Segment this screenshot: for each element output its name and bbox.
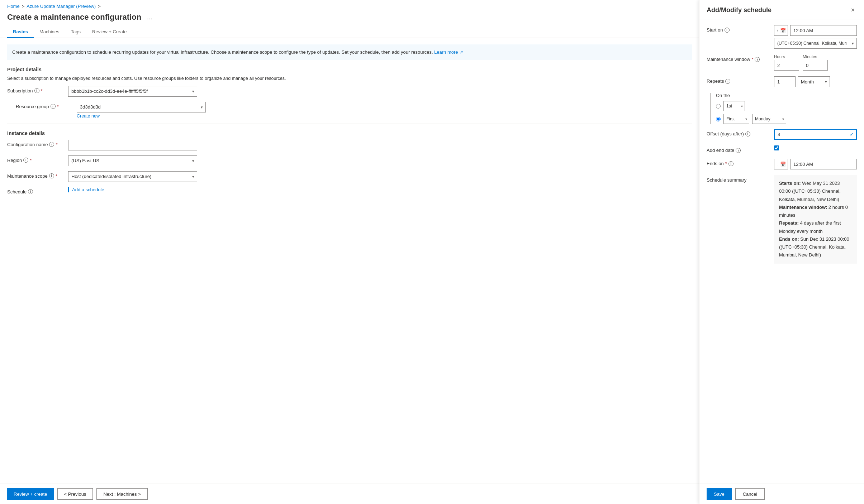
radio-1st[interactable] (716, 104, 721, 109)
review-create-button[interactable]: Review + create (7, 488, 54, 500)
side-panel-title: Add/Modify schedule (707, 6, 772, 14)
schedule-summary-field-row: Schedule summary Starts on: Wed May 31 2… (707, 175, 857, 264)
schedule-summary-box: Starts on: Wed May 31 2023 00:00 ((UTC+0… (774, 175, 857, 264)
add-schedule-link[interactable]: Add a schedule (68, 187, 104, 192)
resource-group-label: Resource group i * (16, 102, 73, 109)
schedule-field-row: Schedule i Add a schedule (7, 187, 692, 195)
schedule-label: Schedule i (7, 187, 65, 195)
maintenance-scope-field-row: Maintenance scope i * Host (dedicated/is… (7, 171, 692, 182)
minutes-group: Minutes 0 (803, 54, 828, 71)
config-name-input[interactable] (68, 140, 197, 150)
maintenance-scope-select[interactable]: Host (dedicated/isolated infrastructure) (68, 171, 197, 182)
side-panel: Add/Modify schedule × Start on i 05/31/2… (699, 0, 864, 504)
maintenance-scope-control: Host (dedicated/isolated infrastructure) (68, 171, 197, 182)
tab-machines[interactable]: Machines (34, 26, 65, 38)
side-panel-header: Add/Modify schedule × (699, 0, 864, 19)
footer-bar: Review + create < Previous Next : Machin… (0, 484, 699, 504)
add-end-date-info-icon[interactable]: i (736, 148, 741, 153)
hours-label: Hours (774, 54, 799, 59)
more-options-button[interactable]: ... (145, 13, 155, 22)
subscription-label: Subscription i * (7, 86, 65, 93)
maintenance-scope-label: Maintenance scope i * (7, 171, 65, 179)
create-new-link[interactable]: Create new (77, 114, 206, 119)
starts-on-bold: Starts on: (779, 181, 801, 186)
repeats-unit-select-wrapper: Day Week Month Year (798, 76, 830, 87)
resource-group-field-row: Resource group i * 3d3d3d3d Create new (16, 102, 692, 119)
subscription-field-row: Subscription i * bbbb1b1b-cc2c-dd3d-ee4e… (7, 86, 692, 97)
learn-more-link[interactable]: Learn more ↗ (434, 49, 463, 55)
occurrence-select-wrapper: First Second Third Fourth Last (723, 114, 749, 124)
instance-details-title: Instance details (7, 130, 692, 136)
weekday-select[interactable]: Sunday Monday Tuesday Wednesday Thursday… (752, 114, 786, 124)
offset-input[interactable]: 4 (774, 129, 857, 140)
offset-field-row: Offset (days after) i 4 ✓ (707, 129, 857, 140)
minutes-input[interactable]: 0 (803, 60, 828, 71)
start-date-calendar-icon[interactable]: 📅 (780, 28, 786, 33)
offset-info-icon[interactable]: i (745, 131, 750, 136)
ends-date-calendar-icon[interactable]: 📅 (780, 162, 786, 167)
project-details-desc: Select a subscription to manage deployed… (7, 76, 692, 81)
repeats-label: Repeats i (707, 76, 771, 84)
radio-first-weekday[interactable] (716, 117, 721, 121)
repeats-field-row: Repeats i 1 Day Week Month Year (707, 76, 857, 87)
project-details-title: Project details (7, 67, 692, 72)
tab-basics[interactable]: Basics (7, 26, 34, 38)
region-info-icon[interactable]: i (23, 158, 28, 163)
hours-input[interactable]: 2 (774, 60, 799, 71)
form-body: Create a maintenance configuration to sc… (0, 38, 699, 484)
breadcrumb: Home > Azure Update Manager (Preview) > (0, 0, 699, 10)
occurrence-select[interactable]: First Second Third Fourth Last (723, 114, 749, 124)
breadcrumb-home[interactable]: Home (7, 4, 20, 9)
subscription-control: bbbb1b1b-cc2c-dd3d-ee4e-ffffff5f5f5f (68, 86, 197, 97)
schedule-summary-label: Schedule summary (707, 175, 771, 183)
config-name-field-row: Configuration name i * (7, 140, 692, 150)
previous-button[interactable]: < Previous (57, 488, 93, 500)
subscription-select[interactable]: bbbb1b1b-cc2c-dd3d-ee4e-ffffff5f5f5f (68, 86, 197, 97)
add-end-date-checkbox[interactable] (774, 145, 779, 150)
breadcrumb-azure[interactable]: Azure Update Manager (Preview) (27, 4, 96, 9)
next-button[interactable]: Next : Machines > (96, 488, 147, 500)
ends-time-input[interactable]: 12:00 AM (790, 159, 857, 169)
repeats-unit-select[interactable]: Day Week Month Year (798, 76, 830, 87)
maintenance-window-control: Hours 2 Minutes 0 (774, 54, 857, 71)
close-button[interactable]: × (849, 6, 857, 15)
config-name-info-icon[interactable]: i (49, 142, 54, 147)
resource-group-info-icon[interactable]: i (51, 104, 56, 109)
tab-tags[interactable]: Tags (65, 26, 86, 38)
day-select[interactable]: 1st (723, 101, 745, 111)
schedule-summary-control: Starts on: Wed May 31 2023 00:00 ((UTC+0… (774, 175, 857, 264)
offset-label: Offset (days after) i (707, 129, 771, 136)
cancel-button[interactable]: Cancel (735, 488, 765, 500)
on-the-label: On the (716, 93, 857, 98)
offset-input-wrapper: 4 ✓ (774, 129, 857, 140)
schedule-info-icon[interactable]: i (28, 189, 33, 194)
region-field-row: Region i * (US) East US (7, 155, 692, 166)
add-end-date-control (774, 145, 857, 150)
weekday-select-wrapper: Sunday Monday Tuesday Wednesday Thursday… (752, 114, 786, 124)
repeats-info-icon[interactable]: i (725, 79, 730, 84)
on-the-section: On the 1st First Second Third Fourth (710, 93, 857, 124)
start-on-field-row: Start on i 05/31/2023 📅 12:00 AM (UTC+05… (707, 25, 857, 49)
maintenance-window-label: Maintenance window * i (707, 54, 771, 62)
timezone-select[interactable]: (UTC+05:30) Chennai, Kolkata, Mumbai, N.… (774, 38, 857, 49)
repeats-number-input[interactable]: 1 (774, 76, 796, 87)
ends-on-field-row: Ends on * i 12/31/2023 📅 12:00 AM (707, 159, 857, 169)
subscription-info-icon[interactable]: i (34, 88, 39, 93)
tab-review-create[interactable]: Review + Create (86, 26, 132, 38)
side-panel-body: Start on i 05/31/2023 📅 12:00 AM (UTC+05… (699, 19, 864, 484)
save-button[interactable]: Save (707, 488, 732, 500)
schedule-control: Add a schedule (68, 187, 197, 192)
repeats-bold: Repeats: (779, 220, 799, 226)
resource-group-select[interactable]: 3d3d3d3d (77, 102, 206, 112)
subscription-select-wrapper: bbbb1b1b-cc2c-dd3d-ee4e-ffffff5f5f5f (68, 86, 197, 97)
start-time-input[interactable]: 12:00 AM (790, 25, 857, 36)
start-on-info-icon[interactable]: i (725, 28, 730, 33)
maint-window-bold: Maintenance window: (779, 205, 827, 210)
ends-on-info-icon[interactable]: i (728, 161, 734, 166)
add-end-date-field-row: Add end date i (707, 145, 857, 153)
maintenance-window-info-icon[interactable]: i (755, 57, 760, 62)
region-select[interactable]: (US) East US (68, 155, 197, 166)
description-text: Create a maintenance configuration to sc… (12, 49, 433, 55)
maintenance-scope-info-icon[interactable]: i (49, 173, 54, 178)
ends-on-label: Ends on * i (707, 159, 771, 166)
